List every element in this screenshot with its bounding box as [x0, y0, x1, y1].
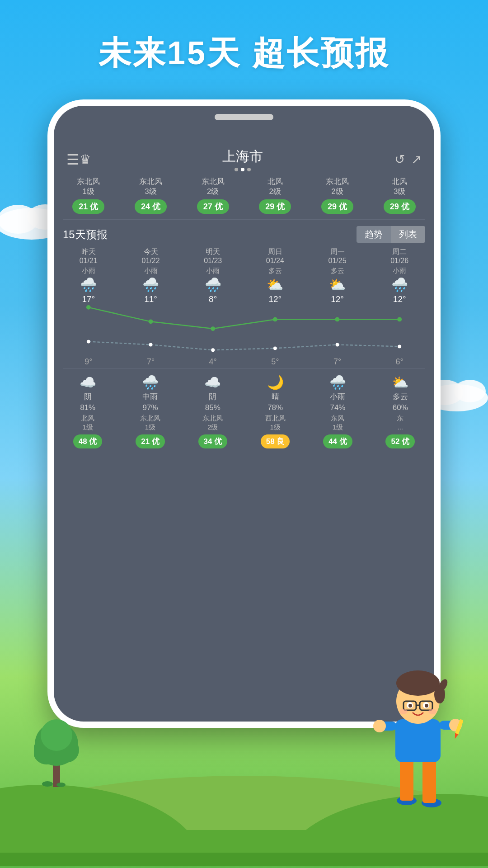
svg-point-43 — [396, 670, 440, 696]
aqi-col-0: 东北风 1级 21 优 — [57, 177, 120, 214]
hero-title: 未来15天 超长预报 — [0, 0, 488, 75]
aqi-col-3: 北风 2级 29 优 — [244, 177, 306, 214]
top-bar: ☰ ♛ 上海市 ↺ ↗ — [54, 142, 434, 174]
wind-3: 北风 2级 — [267, 177, 283, 197]
svg-point-36 — [373, 720, 386, 732]
wind-5: 北风 3级 — [392, 177, 407, 197]
aqi-badge-2: 27 优 — [197, 199, 229, 214]
svg-point-9 — [273, 317, 277, 322]
days-row: 昨天 01/21 小雨 🌧️ 今天 01/22 小雨 🌧️ 明天 01/23 小… — [54, 245, 434, 292]
svg-point-16 — [336, 343, 339, 347]
svg-point-8 — [211, 326, 215, 331]
aqi-col-1: 东北风 3级 24 优 — [120, 177, 182, 214]
day-2: 明天 01/23 小雨 🌧️ — [182, 247, 244, 292]
svg-point-24 — [42, 781, 53, 787]
wind-0: 东北风 1级 — [77, 177, 100, 197]
svg-point-51 — [408, 704, 412, 708]
forecast-title: 15天预报 — [63, 227, 108, 242]
svg-rect-22 — [0, 853, 488, 866]
svg-point-52 — [425, 704, 428, 708]
svg-point-6 — [86, 305, 91, 310]
svg-point-29 — [41, 719, 72, 751]
svg-point-53 — [399, 709, 408, 714]
svg-point-7 — [149, 320, 153, 324]
aqi-badge-5: 29 优 — [384, 199, 416, 214]
wind-1: 东北风 3级 — [139, 177, 162, 197]
bottom-day-3: 🌙 晴 78% 西北风 1级 58 良 — [244, 374, 306, 448]
day-5: 周二 01/26 小雨 🌧️ — [368, 247, 431, 292]
svg-point-12 — [87, 340, 90, 344]
svg-point-10 — [335, 317, 340, 322]
bottom-day-2: ☁️ 阴 85% 东北风 2级 34 优 — [182, 374, 244, 448]
day-4: 周一 01/25 多云 ⛅ — [306, 247, 369, 292]
svg-point-11 — [397, 317, 402, 322]
aqi-badge-3: 29 优 — [259, 199, 291, 214]
svg-point-5 — [454, 380, 486, 402]
bottom-day-1: 🌧️ 中雨 97% 东北风 1级 21 优 — [119, 374, 181, 448]
svg-rect-32 — [400, 758, 413, 801]
wind-4: 东北风 2级 — [326, 177, 349, 197]
crown-icon[interactable]: ♛ — [80, 152, 91, 167]
svg-point-17 — [398, 345, 401, 349]
aqi-col-4: 东北风 2级 29 优 — [306, 177, 369, 214]
bottom-days-row: ☁️ 阴 81% 北风 1级 48 优 🌧️ 中雨 97% 东北风 1级 21 … — [54, 371, 434, 448]
bottom-day-5: ⛅ 多云 60% 东 ... 52 优 — [369, 374, 432, 448]
aqi-col-2: 东北风 2级 27 优 — [182, 177, 244, 214]
bottom-day-4: 🌧️ 小雨 74% 东风 1级 44 优 — [306, 374, 369, 448]
svg-point-54 — [428, 709, 436, 714]
tab-trend[interactable]: 趋势 — [357, 226, 391, 243]
wind-2: 东北风 2级 — [202, 177, 225, 197]
bottom-day-0: ☁️ 阴 81% 北风 1级 48 优 — [56, 374, 119, 448]
menu-icon[interactable]: ☰ — [66, 151, 80, 168]
svg-point-25 — [56, 783, 66, 787]
aqi-row: 东北风 1级 21 优 东北风 3级 24 优 东北风 2级 27 优 北风 2… — [54, 174, 434, 217]
svg-point-15 — [273, 347, 277, 350]
aqi-badge-0: 21 优 — [72, 199, 104, 214]
svg-point-13 — [149, 343, 153, 347]
day-1: 今天 01/22 小雨 🌧️ — [120, 247, 182, 292]
svg-rect-34 — [395, 719, 441, 762]
share-icon[interactable]: ↗ — [411, 152, 422, 167]
svg-rect-33 — [422, 758, 436, 803]
forecast-header: 15天预报 趋势 列表 — [54, 222, 434, 245]
phone-screen: ☰ ♛ 上海市 ↺ ↗ 东北风 1级 21 优 — [54, 106, 434, 722]
phone-frame: ☰ ♛ 上海市 ↺ ↗ 东北风 1级 21 优 — [47, 99, 441, 728]
svg-marker-40 — [453, 733, 459, 740]
aqi-badge-4: 29 优 — [321, 199, 353, 214]
phone-speaker — [215, 114, 273, 120]
city-name: 上海市 — [91, 147, 394, 166]
day-3: 周日 01/24 多云 ⛅ — [244, 247, 306, 292]
refresh-icon[interactable]: ↺ — [394, 152, 405, 167]
tab-list[interactable]: 列表 — [391, 226, 425, 243]
temp-chart: 17° 11° 8° 12° 12° 12° — [57, 294, 431, 367]
svg-point-14 — [211, 349, 215, 352]
day-0: 昨天 01/21 小雨 🌧️ — [57, 247, 120, 292]
aqi-badge-1: 24 优 — [135, 199, 167, 214]
aqi-col-5: 北风 3级 29 优 — [368, 177, 431, 214]
